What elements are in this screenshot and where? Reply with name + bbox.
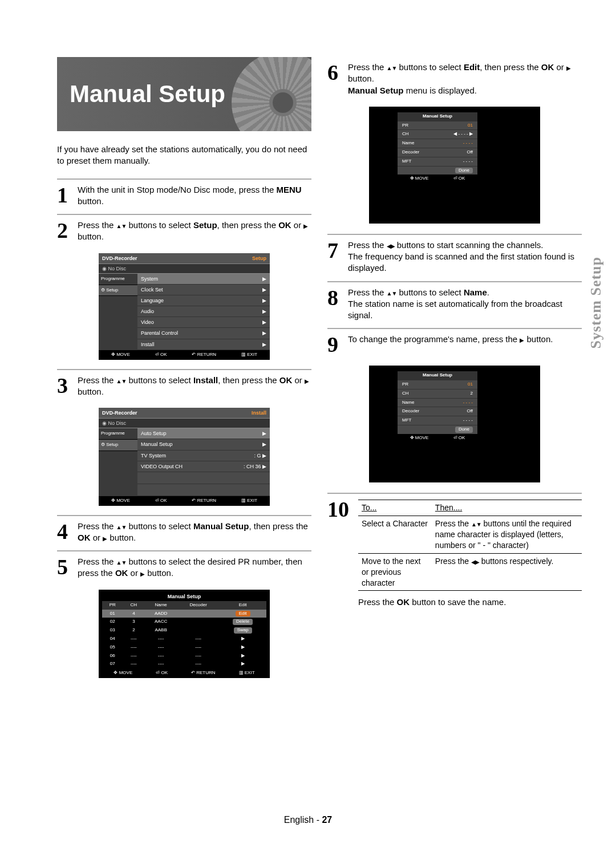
step-number: 2 [57, 220, 72, 243]
left-column: Manual Setup If you have already set the… [57, 57, 311, 680]
updown-icon [387, 287, 397, 297]
play-icon [303, 220, 308, 230]
play-icon [305, 375, 309, 385]
step-number: 7 [327, 240, 342, 274]
step-number: 6 [327, 62, 342, 96]
osd-edit-screen-2: Manual Setup PR01 CH2 Name- - - - Decode… [369, 366, 540, 482]
leftright-icon [387, 240, 395, 250]
updown-icon [116, 557, 127, 566]
osd-setup-screen: DVD-RecorderSetup ◉ No Disc Programme ⚙ … [99, 253, 270, 360]
disc-graphic [232, 57, 311, 131]
step-number: 1 [57, 184, 72, 208]
intro-text: If you have already set the stations aut… [57, 144, 311, 167]
osd-install-screen: DVD-RecorderInstall ◉ No Disc Programme … [99, 408, 270, 506]
osd-edit-screen-1: Manual Setup PR01 CH◀ - - - - ▶ Name- - … [369, 107, 540, 224]
updown-icon [387, 62, 397, 72]
step-1: 1 With the unit in Stop mode/No Disc mod… [57, 178, 311, 208]
updown-icon [471, 519, 481, 528]
step-5: 5 Press the buttons to select the desire… [57, 550, 311, 579]
step-9: 9 To change the programme's name, press … [327, 328, 582, 355]
step-number: 3 [57, 375, 72, 398]
page-header: Manual Setup [57, 57, 311, 131]
updown-icon [116, 220, 127, 230]
step-3: 3 Press the buttons to select Install, t… [57, 369, 311, 398]
step-8: 8 Press the buttons to select Name. The … [327, 281, 582, 322]
osd-prlist-screen: Manual Setup PR CH Name Decoder Edit 014… [99, 590, 270, 678]
step-number: 9 [327, 334, 342, 355]
step-2: 2 Press the buttons to select Setup, the… [57, 214, 311, 243]
step-6: 6 Press the buttons to select Edit, then… [327, 57, 582, 96]
step-number: 4 [57, 521, 72, 544]
play-icon [140, 568, 145, 578]
step-text: With the unit in Stop mode/No Disc mode,… [78, 184, 311, 208]
play-icon [566, 62, 571, 72]
step-number: 8 [327, 287, 342, 322]
step-number: 10 [327, 498, 352, 608]
instruction-table: To...Then.... Select a Character Press t… [358, 500, 582, 591]
leftright-icon [471, 557, 479, 566]
updown-icon [116, 375, 127, 385]
right-column: 6 Press the buttons to select Edit, then… [327, 57, 582, 680]
step-number: 5 [57, 556, 72, 579]
updown-icon [116, 521, 127, 531]
section-side-label: System Setup [587, 257, 605, 349]
step-4: 4 Press the buttons to select Manual Set… [57, 515, 311, 544]
play-icon [103, 533, 107, 542]
step-7: 7 Press the buttons to start scanning th… [327, 234, 582, 274]
page-footer: English - 27 [0, 815, 616, 825]
page-title: Manual Setup [70, 78, 225, 111]
step-10: 10 To...Then.... Select a Character Pres… [327, 493, 582, 608]
